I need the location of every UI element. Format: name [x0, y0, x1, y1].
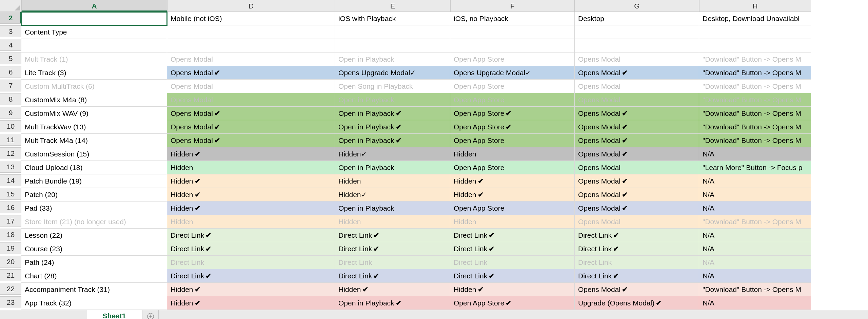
cell[interactable] [335, 39, 450, 52]
cell[interactable]: Path (24) [21, 256, 167, 269]
cell[interactable]: N/A [699, 229, 811, 242]
cell[interactable]: Cloud Upload (18) [21, 161, 167, 174]
cell[interactable] [335, 25, 450, 39]
cell[interactable]: Direct Link ✔ [450, 242, 575, 256]
column-header[interactable]: E [335, 0, 450, 12]
cell[interactable]: "Download" Button -> Opens M [699, 80, 811, 93]
cell[interactable]: Open App Store [450, 52, 575, 66]
row-header[interactable]: 20 [0, 256, 21, 268]
cell[interactable]: Opens Modal ✔ [167, 66, 335, 80]
row-header[interactable]: 19 [0, 242, 21, 254]
cell[interactable]: Direct Link [575, 256, 699, 269]
cell[interactable]: Open Song in Playback [335, 80, 450, 93]
cell[interactable]: Lesson (22) [21, 229, 167, 242]
cell[interactable]: "Download" Button -> Opens M [699, 134, 811, 147]
cell[interactable]: Hidden✓ [335, 147, 450, 161]
row-header[interactable]: 18 [0, 229, 21, 240]
cell[interactable]: Direct Link ✔ [575, 269, 699, 283]
row-header[interactable]: 2 [0, 12, 21, 24]
cell[interactable]: Open in Playback [335, 201, 450, 215]
cell[interactable]: Hidden [450, 147, 575, 161]
cell[interactable]: Opens Modal ✔ [575, 201, 699, 215]
cell[interactable]: Direct Link ✔ [575, 229, 699, 242]
cell[interactable]: Accompaniment Track (31) [21, 283, 167, 296]
cell[interactable]: Opens Modal ✔ [575, 283, 699, 296]
cell[interactable]: Open in Playback [335, 161, 450, 174]
cell[interactable]: Opens Modal [575, 161, 699, 174]
cell[interactable]: Hidden ✔ [167, 188, 335, 201]
cell[interactable]: Mobile (not iOS) [167, 12, 335, 25]
cell[interactable]: N/A [699, 256, 811, 269]
cell[interactable] [575, 25, 699, 39]
column-header[interactable]: H [699, 0, 811, 12]
row-header[interactable]: 14 [0, 174, 21, 186]
cell[interactable]: Hidden ✔ [450, 188, 575, 201]
cell[interactable]: Desktop, Download Unavailabl [699, 12, 811, 25]
cell[interactable]: Hidden [167, 161, 335, 174]
cell[interactable]: Opens Upgrade Modal✓ [335, 66, 450, 80]
column-header[interactable]: D [167, 0, 335, 12]
cell[interactable]: Hidden [450, 215, 575, 229]
cell[interactable]: N/A [699, 296, 811, 310]
sheet-tab[interactable]: Sheet1 [86, 310, 142, 319]
cell[interactable]: "Download" Button -> Opens M [699, 52, 811, 66]
row-header[interactable]: 3 [0, 25, 21, 37]
cell[interactable]: Desktop [575, 12, 699, 25]
cell[interactable]: Opens Modal ✔ [575, 107, 699, 120]
cell[interactable]: Opens Modal ✔ [575, 174, 699, 188]
cell[interactable]: Opens Modal [167, 80, 335, 93]
row-header[interactable]: 9 [0, 107, 21, 119]
column-header[interactable]: A [21, 0, 167, 12]
cell[interactable]: Opens Modal [575, 93, 699, 107]
cell[interactable]: Opens Modal [575, 80, 699, 93]
cell[interactable]: Open in Playback ✔ [335, 134, 450, 147]
row-header[interactable]: 13 [0, 161, 21, 173]
cell[interactable]: Direct Link ✔ [335, 242, 450, 256]
cell[interactable]: MultiTrack (1) [21, 52, 167, 66]
cell[interactable]: "Download" Button -> Opens M [699, 66, 811, 80]
cell[interactable]: Open App Store [450, 161, 575, 174]
cell[interactable]: Pad (33) [21, 201, 167, 215]
cell[interactable]: Open App Store ✔ [450, 107, 575, 120]
cell[interactable]: N/A [699, 188, 811, 201]
cell[interactable]: Opens Modal ✔ [167, 120, 335, 134]
cell[interactable]: Hidden ✔ [167, 201, 335, 215]
cell[interactable]: Direct Link ✔ [335, 229, 450, 242]
cell[interactable]: Opens Modal ✔ [167, 107, 335, 120]
cell[interactable]: Open in Playback [335, 93, 450, 107]
cell[interactable]: Lite Track (3) [21, 66, 167, 80]
cell[interactable] [699, 39, 811, 52]
cell[interactable]: Opens Modal [167, 52, 335, 66]
cell[interactable]: Direct Link [167, 256, 335, 269]
row-header[interactable]: 8 [0, 93, 21, 105]
cell[interactable]: Direct Link ✔ [450, 269, 575, 283]
cell[interactable]: Opens Modal ✔ [575, 66, 699, 80]
cell[interactable]: Opens Modal ✔ [575, 147, 699, 161]
cell[interactable]: Direct Link ✔ [575, 242, 699, 256]
cell[interactable]: N/A [699, 174, 811, 188]
cell[interactable]: Opens Modal [167, 93, 335, 107]
spreadsheet-grid[interactable]: ADEFGH2Mobile (not iOS)iOS with Playback… [0, 0, 868, 310]
cell[interactable] [167, 25, 335, 39]
select-all-corner[interactable] [0, 0, 21, 12]
cell[interactable]: N/A [699, 269, 811, 283]
cell[interactable] [450, 39, 575, 52]
cell[interactable]: Opens Upgrade Modal✓ [450, 66, 575, 80]
cell[interactable] [575, 39, 699, 52]
row-header[interactable]: 11 [0, 134, 21, 146]
add-sheet-button[interactable] [142, 310, 159, 319]
cell[interactable]: Direct Link ✔ [450, 229, 575, 242]
cell[interactable]: App Track (32) [21, 296, 167, 310]
row-header[interactable]: 4 [0, 39, 21, 51]
cell[interactable]: Direct Link ✔ [335, 269, 450, 283]
cell[interactable] [21, 12, 167, 25]
cell[interactable]: N/A [699, 201, 811, 215]
column-header[interactable]: G [575, 0, 699, 12]
cell[interactable] [21, 39, 167, 52]
row-header[interactable]: 5 [0, 52, 21, 64]
cell[interactable]: Hidden ✔ [335, 283, 450, 296]
cell[interactable]: iOS with Playback [335, 12, 450, 25]
cell[interactable]: CustomSession (15) [21, 147, 167, 161]
cell[interactable]: iOS, no Playback [450, 12, 575, 25]
cell[interactable]: "Download" Button -> Opens M [699, 120, 811, 134]
